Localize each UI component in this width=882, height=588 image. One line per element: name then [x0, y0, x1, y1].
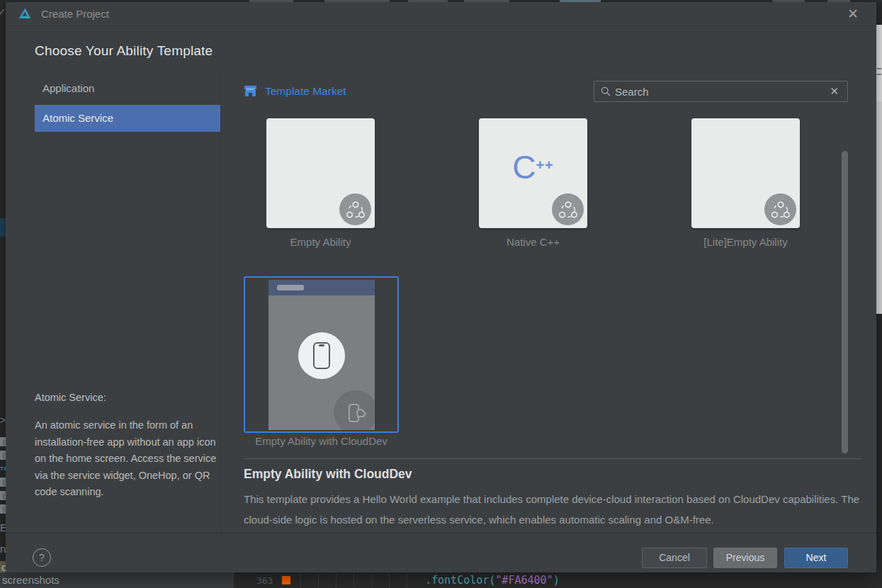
templates-scrollbar[interactable] — [842, 151, 848, 453]
sidebar-info-text: An atomic service in the form of an inst… — [35, 417, 217, 501]
template-detail-title: Empty Ability with CloudDev — [244, 467, 412, 482]
sidebar-divider — [220, 71, 221, 535]
dialog-titlebar: Create Project ✕ — [6, 2, 876, 26]
tree-selection-fragment — [0, 218, 6, 237]
help-button[interactable]: ? — [33, 548, 51, 567]
previous-button[interactable]: Previous — [713, 548, 777, 568]
template-detail-description: This template provides a Hello World exa… — [244, 490, 866, 530]
template-market-link[interactable]: Template Market — [244, 85, 346, 98]
footer-divider — [6, 533, 876, 533]
page-title: Choose Your Ability Template — [35, 43, 213, 59]
atomic-service-badge-icon — [552, 193, 584, 225]
editor-line-number: 363 — [256, 575, 273, 586]
template-card-native-cpp[interactable]: C++ Native C++ — [479, 118, 587, 248]
cancel-button[interactable]: Cancel — [642, 548, 707, 568]
template-preview-thumbnail — [268, 280, 375, 430]
phone-icon — [313, 342, 330, 369]
background-panel-fragment — [876, 25, 882, 101]
atomic-service-badge-icon — [339, 193, 371, 225]
sidebar-item-application[interactable]: Application — [35, 75, 220, 101]
create-project-dialog: Create Project ✕ Choose Your Ability Tem… — [6, 2, 876, 572]
storefront-icon — [244, 85, 257, 98]
code-fragment: .fontColor("#FA6400") — [425, 574, 560, 587]
template-card-label: [Lite]Empty Ability — [691, 236, 800, 248]
cpp-logo-icon: C++ — [479, 148, 587, 186]
selected-template-frame — [244, 276, 399, 433]
deveco-studio-logo-icon — [18, 7, 32, 21]
dialog-title: Create Project — [41, 2, 109, 26]
search-input[interactable] — [615, 86, 830, 98]
chevron-right-icon: > — [0, 414, 6, 426]
search-box: ✕ — [594, 81, 848, 102]
template-card-lite-empty-ability[interactable]: [Lite]Empty Ability — [691, 118, 800, 248]
project-panel-fragment: screenshots — [0, 572, 234, 588]
template-card-label: Empty Ability with CloudDev — [244, 435, 399, 447]
template-card-empty-ability[interactable]: Empty Ability — [266, 118, 375, 248]
ide-screen: ✓ > { { TS { { { Er nv ol screenshots 36… — [0, 0, 882, 588]
close-icon[interactable]: ✕ — [845, 6, 861, 22]
template-card-label: Native C++ — [479, 236, 587, 248]
clear-search-icon[interactable]: ✕ — [830, 85, 839, 98]
project-tree-item: screenshots — [2, 574, 60, 586]
detail-divider — [244, 458, 861, 459]
sidebar-info-title: Atomic Service: — [35, 392, 106, 403]
template-market-label: Template Market — [265, 85, 346, 98]
template-card-label: Empty Ability — [266, 236, 375, 248]
color-swatch-icon — [282, 576, 290, 584]
clouddev-badge-icon — [334, 390, 375, 430]
background-editor-strip: screenshots 363 .fontColor("#FA6400") — [0, 572, 882, 588]
atomic-service-badge-icon — [764, 193, 796, 225]
sidebar-item-atomic-service[interactable]: Atomic Service — [35, 105, 220, 132]
next-button[interactable]: Next — [784, 548, 848, 568]
template-card-empty-ability-clouddev[interactable]: Empty Ability with CloudDev — [244, 276, 399, 447]
background-panel-fragment — [876, 101, 882, 314]
search-icon — [601, 86, 611, 96]
panel-grip-icon — [877, 68, 881, 75]
